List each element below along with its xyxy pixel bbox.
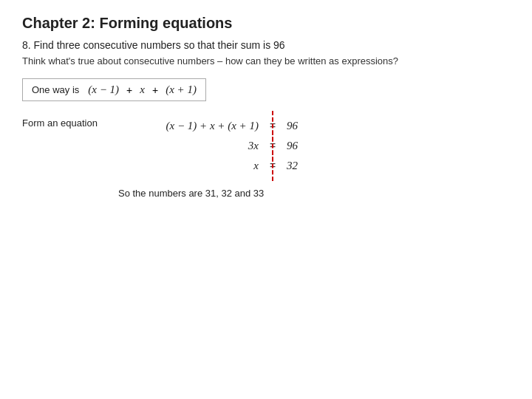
form-equation-section: Form an equation (x − 1) + x + (x + 1) =… (22, 116, 510, 176)
eq2-lhs: 3x (126, 136, 259, 156)
expr1: (x − 1) (88, 83, 119, 96)
form-equation-label: Form an equation (22, 116, 111, 129)
equations-block: (x − 1) + x + (x + 1) = 96 3x = 96 (126, 116, 316, 176)
equation-row-3: x = 32 (126, 156, 316, 176)
expr2: x (140, 83, 145, 96)
problem-statement: 8. Find three consecutive numbers so tha… (22, 39, 510, 51)
eq1-lhs: (x − 1) + x + (x + 1) (126, 116, 259, 136)
plus2: + (152, 84, 158, 96)
eq3-lhs: x (126, 156, 259, 176)
dashed-line-3 (272, 151, 273, 181)
one-way-box: One way is (x − 1) + x + (x + 1) (22, 78, 206, 101)
one-way-label: One way is (32, 84, 79, 95)
equation-row-2: 3x = 96 (126, 136, 316, 156)
think-text: Think what's true about consecutive numb… (22, 55, 510, 66)
eq1-rhs: 96 (287, 116, 316, 136)
plus1: + (126, 84, 132, 96)
solution-text: So the numbers are 31, 32 and 33 (118, 188, 510, 199)
eq3-rhs: 32 (287, 156, 316, 176)
eq2-rhs: 96 (287, 136, 316, 156)
eq3-equals-area: = (262, 157, 284, 175)
equation-row-1: (x − 1) + x + (x + 1) = 96 (126, 116, 316, 136)
page-title: Chapter 2: Forming equations (22, 15, 510, 32)
expr3: (x + 1) (166, 83, 197, 96)
page: Chapter 2: Forming equations 8. Find thr… (0, 0, 532, 399)
